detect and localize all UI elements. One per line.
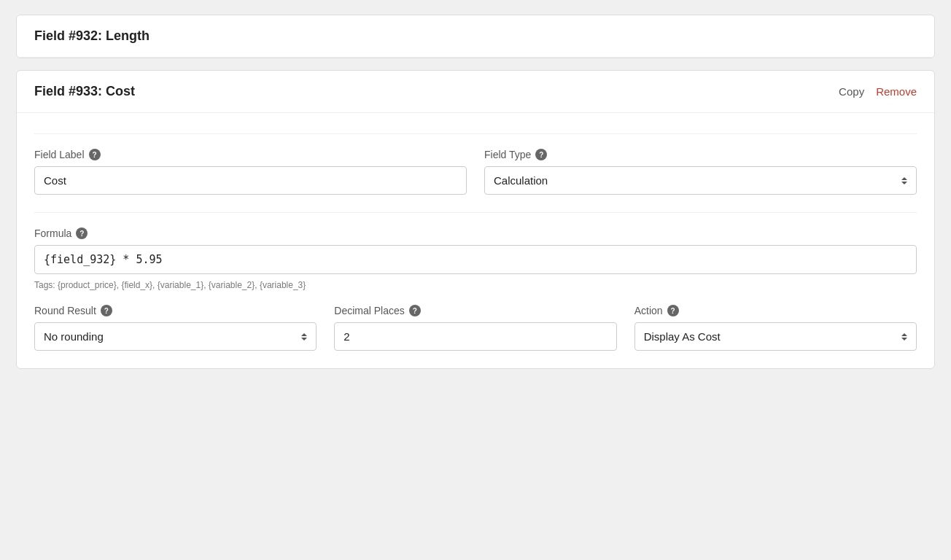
decimal-places-group: Decimal Places ? [334, 305, 616, 351]
action-select[interactable]: Display As Cost Display As Price Hidden [634, 322, 917, 351]
field-933-actions: Copy Remove [839, 85, 917, 98]
remove-button[interactable]: Remove [876, 85, 917, 98]
field-932-title: Field #932: Length [34, 28, 150, 43]
field-label-type-row: Field Label ? Field Type ? Calculation T… [34, 149, 917, 195]
formula-group: Formula ? [34, 228, 917, 274]
field-933-header: Field #933: Cost Copy Remove [17, 71, 934, 113]
bottom-controls-row: Round Result ? No rounding Round up Roun… [34, 305, 917, 351]
field-933-title: Field #933: Cost [34, 84, 135, 99]
formula-input[interactable] [34, 245, 917, 274]
tags-text: Tags: {product_price}, {field_x}, {varia… [34, 280, 917, 290]
field-label-group: Field Label ? [34, 149, 467, 195]
field-932-card: Field #932: Length [16, 15, 935, 58]
decimal-places-input[interactable] [334, 322, 616, 351]
round-result-label: Round Result ? [34, 305, 317, 316]
divider-top [34, 133, 917, 134]
round-result-help-icon: ? [101, 305, 112, 316]
action-label: Action ? [634, 305, 917, 316]
formula-help-icon: ? [76, 228, 88, 239]
round-result-select[interactable]: No rounding Round up Round down Round to… [34, 322, 317, 351]
copy-button[interactable]: Copy [839, 85, 864, 98]
field-933-card: Field #933: Cost Copy Remove Field Label… [16, 70, 935, 369]
field-type-group: Field Type ? Calculation Text Number Dro… [484, 149, 917, 195]
field-933-body: Field Label ? Field Type ? Calculation T… [17, 113, 934, 368]
field-label-label: Field Label ? [34, 149, 467, 160]
action-group: Action ? Display As Cost Display As Pric… [634, 305, 917, 351]
round-result-group: Round Result ? No rounding Round up Roun… [34, 305, 317, 351]
field-932-header: Field #932: Length [17, 15, 934, 58]
field-type-help-icon: ? [535, 149, 547, 160]
field-label-input[interactable] [34, 166, 467, 195]
field-label-help-icon: ? [89, 149, 101, 160]
field-type-label: Field Type ? [484, 149, 917, 160]
formula-label: Formula ? [34, 228, 917, 239]
divider-mid [34, 212, 917, 213]
decimal-places-help-icon: ? [409, 305, 421, 316]
field-type-select[interactable]: Calculation Text Number Dropdown [484, 166, 917, 195]
page-container: Field #932: Length Field #933: Cost Copy… [16, 15, 935, 369]
action-help-icon: ? [667, 305, 679, 316]
decimal-places-label: Decimal Places ? [334, 305, 616, 316]
